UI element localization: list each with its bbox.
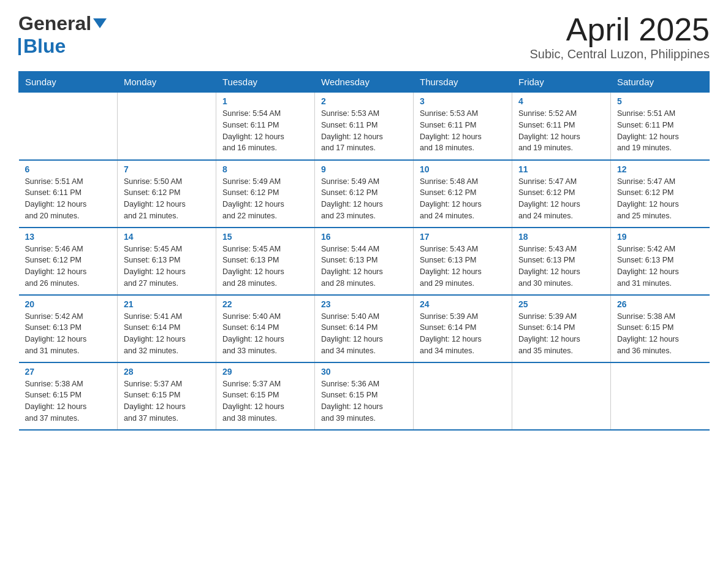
- day-number: 4: [518, 96, 604, 106]
- day-number: 16: [321, 232, 407, 242]
- day-number: 25: [518, 299, 604, 309]
- day-info: Sunrise: 5:45 AM Sunset: 6:13 PM Dayligh…: [124, 243, 210, 289]
- day-info: Sunrise: 5:40 AM Sunset: 6:14 PM Dayligh…: [321, 311, 407, 357]
- day-number: 14: [124, 232, 210, 242]
- day-number: 15: [222, 232, 308, 242]
- weekday-header-thursday: Thursday: [414, 72, 512, 93]
- calendar-cell: 8Sunrise: 5:49 AM Sunset: 6:12 PM Daylig…: [216, 160, 315, 228]
- calendar-cell: 4Sunrise: 5:52 AM Sunset: 6:11 PM Daylig…: [512, 93, 611, 160]
- day-number: 28: [124, 367, 210, 377]
- day-number: 19: [617, 232, 703, 242]
- day-number: 21: [124, 299, 210, 309]
- calendar-cell: 21Sunrise: 5:41 AM Sunset: 6:14 PM Dayli…: [118, 295, 216, 362]
- page-subtitle: Subic, Central Luzon, Philippines: [529, 47, 710, 61]
- calendar-week-row: 6Sunrise: 5:51 AM Sunset: 6:11 PM Daylig…: [19, 160, 710, 228]
- weekday-header-wednesday: Wednesday: [315, 72, 414, 93]
- logo-bar: [18, 38, 21, 55]
- day-info: Sunrise: 5:42 AM Sunset: 6:13 PM Dayligh…: [25, 311, 112, 357]
- title-block: April 2025 Subic, Central Luzon, Philipp…: [529, 12, 710, 61]
- calendar-cell: 5Sunrise: 5:51 AM Sunset: 6:11 PM Daylig…: [611, 93, 710, 160]
- day-info: Sunrise: 5:40 AM Sunset: 6:14 PM Dayligh…: [222, 311, 308, 357]
- calendar-cell: 16Sunrise: 5:44 AM Sunset: 6:13 PM Dayli…: [315, 228, 414, 295]
- day-info: Sunrise: 5:53 AM Sunset: 6:11 PM Dayligh…: [321, 108, 407, 154]
- day-number: 27: [25, 367, 112, 377]
- weekday-header-saturday: Saturday: [611, 72, 710, 93]
- calendar-header-row: SundayMondayTuesdayWednesdayThursdayFrid…: [19, 72, 710, 93]
- day-number: 6: [25, 164, 112, 174]
- calendar-cell: 14Sunrise: 5:45 AM Sunset: 6:13 PM Dayli…: [118, 228, 216, 295]
- calendar-cell: [19, 93, 118, 160]
- weekday-header-monday: Monday: [118, 72, 216, 93]
- calendar-cell: 25Sunrise: 5:39 AM Sunset: 6:14 PM Dayli…: [512, 295, 611, 362]
- day-info: Sunrise: 5:37 AM Sunset: 6:15 PM Dayligh…: [222, 378, 308, 424]
- calendar-cell: 7Sunrise: 5:50 AM Sunset: 6:12 PM Daylig…: [118, 160, 216, 228]
- day-number: 3: [420, 96, 506, 106]
- calendar-cell: 24Sunrise: 5:39 AM Sunset: 6:14 PM Dayli…: [414, 295, 512, 362]
- calendar-cell: 6Sunrise: 5:51 AM Sunset: 6:11 PM Daylig…: [19, 160, 118, 228]
- day-info: Sunrise: 5:42 AM Sunset: 6:13 PM Dayligh…: [617, 243, 703, 289]
- calendar-cell: 11Sunrise: 5:47 AM Sunset: 6:12 PM Dayli…: [512, 160, 611, 228]
- calendar-week-row: 20Sunrise: 5:42 AM Sunset: 6:13 PM Dayli…: [19, 295, 710, 362]
- day-number: 2: [321, 96, 407, 106]
- calendar-week-row: 27Sunrise: 5:38 AM Sunset: 6:15 PM Dayli…: [19, 362, 710, 430]
- day-number: 29: [222, 367, 308, 377]
- day-info: Sunrise: 5:44 AM Sunset: 6:13 PM Dayligh…: [321, 243, 407, 289]
- day-info: Sunrise: 5:38 AM Sunset: 6:15 PM Dayligh…: [25, 378, 112, 424]
- day-number: 1: [222, 96, 308, 106]
- day-number: 5: [617, 96, 703, 106]
- day-number: 13: [25, 232, 112, 242]
- day-info: Sunrise: 5:39 AM Sunset: 6:14 PM Dayligh…: [420, 311, 506, 357]
- calendar-cell: 20Sunrise: 5:42 AM Sunset: 6:13 PM Dayli…: [19, 295, 118, 362]
- day-number: 7: [124, 164, 210, 174]
- page-header: General Blue April 2025 Subic, Central L…: [18, 12, 710, 61]
- calendar-cell: [414, 362, 512, 430]
- weekday-header-sunday: Sunday: [19, 72, 118, 93]
- day-number: 11: [518, 164, 604, 174]
- day-info: Sunrise: 5:36 AM Sunset: 6:15 PM Dayligh…: [321, 378, 407, 424]
- day-info: Sunrise: 5:47 AM Sunset: 6:12 PM Dayligh…: [617, 176, 703, 222]
- calendar-cell: 1Sunrise: 5:54 AM Sunset: 6:11 PM Daylig…: [216, 93, 315, 160]
- weekday-header-tuesday: Tuesday: [216, 72, 315, 93]
- day-number: 10: [420, 164, 506, 174]
- calendar-cell: 26Sunrise: 5:38 AM Sunset: 6:15 PM Dayli…: [611, 295, 710, 362]
- calendar-cell: [611, 362, 710, 430]
- calendar-week-row: 13Sunrise: 5:46 AM Sunset: 6:12 PM Dayli…: [19, 228, 710, 295]
- weekday-header-friday: Friday: [512, 72, 611, 93]
- day-info: Sunrise: 5:45 AM Sunset: 6:13 PM Dayligh…: [222, 243, 308, 289]
- logo-blue: Blue: [23, 35, 66, 58]
- calendar-cell: 12Sunrise: 5:47 AM Sunset: 6:12 PM Dayli…: [611, 160, 710, 228]
- calendar-cell: 18Sunrise: 5:43 AM Sunset: 6:13 PM Dayli…: [512, 228, 611, 295]
- calendar-cell: 27Sunrise: 5:38 AM Sunset: 6:15 PM Dayli…: [19, 362, 118, 430]
- calendar-cell: 10Sunrise: 5:48 AM Sunset: 6:12 PM Dayli…: [414, 160, 512, 228]
- day-info: Sunrise: 5:51 AM Sunset: 6:11 PM Dayligh…: [617, 108, 703, 154]
- day-info: Sunrise: 5:43 AM Sunset: 6:13 PM Dayligh…: [518, 243, 604, 289]
- day-number: 20: [25, 299, 112, 309]
- day-info: Sunrise: 5:43 AM Sunset: 6:13 PM Dayligh…: [420, 243, 506, 289]
- calendar-table: SundayMondayTuesdayWednesdayThursdayFrid…: [18, 71, 710, 431]
- day-info: Sunrise: 5:41 AM Sunset: 6:14 PM Dayligh…: [124, 311, 210, 357]
- calendar-cell: [512, 362, 611, 430]
- day-info: Sunrise: 5:52 AM Sunset: 6:11 PM Dayligh…: [518, 108, 604, 154]
- day-number: 9: [321, 164, 407, 174]
- calendar-cell: 17Sunrise: 5:43 AM Sunset: 6:13 PM Dayli…: [414, 228, 512, 295]
- calendar-cell: 23Sunrise: 5:40 AM Sunset: 6:14 PM Dayli…: [315, 295, 414, 362]
- day-number: 26: [617, 299, 703, 309]
- calendar-cell: [118, 93, 216, 160]
- day-number: 30: [321, 367, 407, 377]
- calendar-cell: 22Sunrise: 5:40 AM Sunset: 6:14 PM Dayli…: [216, 295, 315, 362]
- day-info: Sunrise: 5:54 AM Sunset: 6:11 PM Dayligh…: [222, 108, 308, 154]
- day-info: Sunrise: 5:53 AM Sunset: 6:11 PM Dayligh…: [420, 108, 506, 154]
- logo-triangle-icon: [93, 18, 107, 28]
- calendar-cell: 3Sunrise: 5:53 AM Sunset: 6:11 PM Daylig…: [414, 93, 512, 160]
- calendar-cell: 19Sunrise: 5:42 AM Sunset: 6:13 PM Dayli…: [611, 228, 710, 295]
- calendar-cell: 28Sunrise: 5:37 AM Sunset: 6:15 PM Dayli…: [118, 362, 216, 430]
- calendar-week-row: 1Sunrise: 5:54 AM Sunset: 6:11 PM Daylig…: [19, 93, 710, 160]
- day-number: 24: [420, 299, 506, 309]
- day-number: 8: [222, 164, 308, 174]
- day-info: Sunrise: 5:50 AM Sunset: 6:12 PM Dayligh…: [124, 176, 210, 222]
- calendar-cell: 30Sunrise: 5:36 AM Sunset: 6:15 PM Dayli…: [315, 362, 414, 430]
- day-info: Sunrise: 5:47 AM Sunset: 6:12 PM Dayligh…: [518, 176, 604, 222]
- calendar-cell: 13Sunrise: 5:46 AM Sunset: 6:12 PM Dayli…: [19, 228, 118, 295]
- day-info: Sunrise: 5:49 AM Sunset: 6:12 PM Dayligh…: [222, 176, 308, 222]
- day-info: Sunrise: 5:49 AM Sunset: 6:12 PM Dayligh…: [321, 176, 407, 222]
